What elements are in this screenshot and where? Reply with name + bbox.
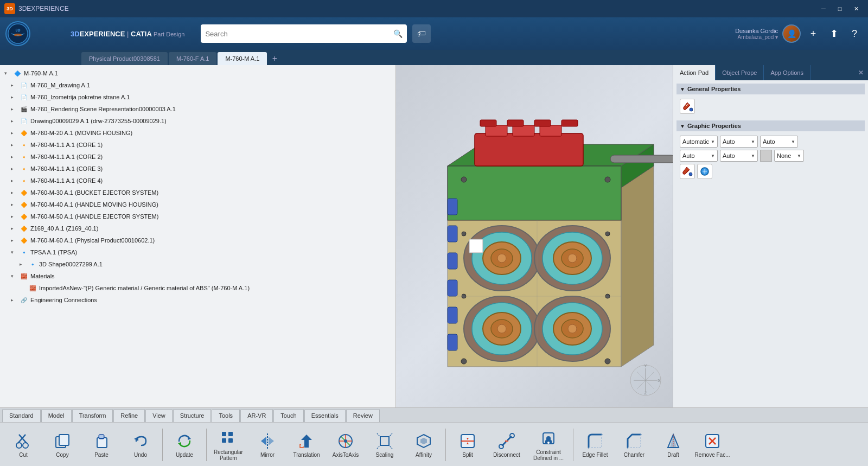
- opacity-dropdown[interactable]: Auto ▼: [680, 150, 718, 162]
- constraint-defined-button[interactable]: Constraint Defined in ...: [527, 425, 570, 464]
- list-item[interactable]: ▸ 🔶 M-760-M-30 A.1 (BUCKET EJECTOR SYSTE…: [0, 187, 395, 199]
- list-item[interactable]: ▸ 📄 M-760_Izometrija pokretne strane A.1: [0, 91, 395, 103]
- mirror-button[interactable]: Mirror: [248, 425, 286, 464]
- line-type-dropdown[interactable]: Auto ▼: [720, 136, 758, 148]
- tab-structure[interactable]: Structure: [173, 409, 212, 422]
- user-avatar[interactable]: 👤: [782, 24, 801, 43]
- remove-face-button[interactable]: Remove Fac...: [693, 425, 731, 464]
- undo-button[interactable]: Undo: [122, 425, 159, 464]
- list-item[interactable]: ▸ 🔶 M-760-M-60 A.1 (Physical Product0001…: [0, 234, 395, 246]
- axis-to-axis-button[interactable]: AxisToAxis: [327, 425, 365, 464]
- item-expander[interactable]: ▸: [11, 166, 17, 171]
- tab-physical-product[interactable]: Physical Product00308581: [81, 52, 168, 65]
- close-button[interactable]: ✕: [848, 3, 864, 14]
- share-button[interactable]: ⬆: [826, 25, 842, 42]
- list-item[interactable]: ▸ 🔗 Engineering Connections: [0, 294, 395, 306]
- list-item[interactable]: ▸ 🔸 M-760-M-1.1 A.1 (CORE 2): [0, 151, 395, 163]
- general-properties-header[interactable]: ▼ General Properties: [676, 84, 865, 94]
- item-expander[interactable]: ▸: [11, 226, 17, 231]
- tree-root[interactable]: ▾ 🔷 M-760-M A.1: [0, 67, 395, 79]
- list-item[interactable]: ▸ 🔸 M-760-M-1.1 A.1 (CORE 1): [0, 139, 395, 151]
- color-dropdown[interactable]: Automatic ▼: [680, 136, 718, 148]
- item-expander[interactable]: ▸: [11, 202, 17, 207]
- tab-m760f[interactable]: M-760-F A.1: [169, 52, 217, 65]
- item-expander[interactable]: ▸: [20, 261, 26, 267]
- item-expander[interactable]: ▸: [11, 190, 17, 195]
- disconnect-button[interactable]: Disconnect: [488, 425, 526, 464]
- item-expander[interactable]: ▸: [11, 106, 17, 112]
- graphic-properties-header[interactable]: ▼ Graphic Properties: [676, 120, 865, 131]
- tab-tools[interactable]: Tools: [212, 409, 240, 422]
- thickness-dropdown[interactable]: Auto ▼: [760, 136, 798, 148]
- paste-button[interactable]: Paste: [82, 425, 120, 464]
- item-expander[interactable]: ▸: [11, 214, 17, 219]
- item-expander[interactable]: ▸: [11, 142, 17, 148]
- scaling-button[interactable]: Scaling: [366, 425, 404, 464]
- tab-review[interactable]: Review: [346, 409, 380, 422]
- list-item[interactable]: ▾ 🔹 TPSA A.1 (TPSA): [0, 246, 395, 258]
- tab-arvr[interactable]: AR-VR: [240, 409, 273, 422]
- search-input[interactable]: [205, 30, 390, 38]
- object-properties-tab[interactable]: Object Prope: [716, 65, 764, 80]
- list-item[interactable]: ▸ 🔶 M-760-M-50 A.1 (HANDLE EJECTOR SYSTE…: [0, 210, 395, 222]
- tab-standard[interactable]: Standard: [2, 409, 41, 422]
- item-expander[interactable]: ▾: [11, 250, 17, 255]
- update-button[interactable]: Update: [165, 425, 203, 464]
- color-eyedropper-button[interactable]: [697, 164, 712, 179]
- item-expander[interactable]: ▸: [11, 154, 17, 159]
- tab-essentials[interactable]: Essentials: [304, 409, 346, 422]
- list-item[interactable]: ▾ 🧱 Materials: [0, 270, 395, 282]
- edge-fillet-button[interactable]: Edge Fillet: [576, 425, 614, 464]
- svg-point-106: [510, 433, 514, 438]
- item-expander[interactable]: ▸: [11, 178, 17, 183]
- help-button[interactable]: ?: [846, 25, 863, 42]
- list-item[interactable]: ▸ 🎬 M-760_Rendering Scene Representation…: [0, 103, 395, 115]
- item-expander[interactable]: ▾: [11, 273, 17, 279]
- tab-transform[interactable]: Transform: [72, 409, 113, 422]
- viewport[interactable]: Y X Z: [396, 65, 673, 407]
- affinity-button[interactable]: Affinity: [405, 425, 443, 464]
- item-expander[interactable]: ▸: [11, 94, 17, 100]
- item-expander[interactable]: ▸: [11, 130, 17, 136]
- minimize-button[interactable]: ─: [816, 3, 831, 14]
- translation-button[interactable]: Translation: [288, 425, 326, 464]
- add-tab-button[interactable]: +: [268, 52, 281, 65]
- rectangular-pattern-button[interactable]: Rectangular Pattern: [209, 425, 247, 464]
- color-swatch[interactable]: [760, 150, 772, 162]
- paint-properties-button[interactable]: [680, 164, 695, 179]
- list-item[interactable]: ▸ 🔶 M-760-M-20 A.1 (MOVING HOUSING): [0, 127, 395, 139]
- list-item[interactable]: ▸ 📄 M-760_M_drawing A.1: [0, 79, 395, 91]
- draft-button[interactable]: Draft: [654, 425, 692, 464]
- list-item[interactable]: ▸ 🔸 M-760-M-1.1 A.1 (CORE 3): [0, 163, 395, 175]
- copy-button[interactable]: Copy: [43, 425, 81, 464]
- cut-button[interactable]: Cut: [4, 425, 42, 464]
- close-panel-button[interactable]: ✕: [854, 65, 868, 80]
- layer-dropdown[interactable]: None ▼: [774, 150, 804, 162]
- list-item[interactable]: ▸ 🔶 M-760-M-40 A.1 (HANDLE MOVING HOUSIN…: [0, 199, 395, 210]
- add-button[interactable]: +: [805, 25, 821, 42]
- root-expander[interactable]: ▾: [4, 71, 11, 76]
- tab-model[interactable]: Model: [41, 409, 72, 422]
- bookmark-button[interactable]: 🏷: [412, 24, 431, 43]
- maximize-button[interactable]: □: [832, 3, 847, 14]
- assembly-icon: 🔶: [19, 235, 29, 245]
- paint-bucket-button[interactable]: [680, 99, 695, 114]
- item-expander[interactable]: ▸: [11, 297, 17, 303]
- tab-view[interactable]: View: [145, 409, 173, 422]
- list-item[interactable]: ▸ 🔹 3D Shape00027299 A.1: [0, 258, 395, 270]
- list-item[interactable]: ▸ 🔶 Z169_40 A.1 (Z169_40.1): [0, 222, 395, 234]
- item-expander[interactable]: ▸: [11, 238, 17, 243]
- split-button[interactable]: Split: [449, 425, 487, 464]
- item-expander[interactable]: ▸: [11, 118, 17, 124]
- tab-touch[interactable]: Touch: [273, 409, 303, 422]
- chamfer-button[interactable]: Chamfer: [615, 425, 653, 464]
- action-pad-tab[interactable]: Action Pad: [673, 65, 716, 80]
- list-item[interactable]: ▸ 🔸 M-760-M-1.1 A.1 (CORE 4): [0, 175, 395, 187]
- list-item[interactable]: ▸ 📄 Drawing00009029 A.1 (drw-27373255-00…: [0, 115, 395, 127]
- app-options-tab[interactable]: App Options: [764, 65, 810, 80]
- material-dropdown[interactable]: Auto ▼: [720, 150, 758, 162]
- tab-refine[interactable]: Refine: [113, 409, 145, 422]
- list-item[interactable]: 🧱 ImportedAsNew-"(P) Generic material / …: [0, 282, 395, 294]
- tab-m760m[interactable]: M-760-M A.1: [218, 52, 267, 65]
- item-expander[interactable]: ▸: [11, 82, 17, 88]
